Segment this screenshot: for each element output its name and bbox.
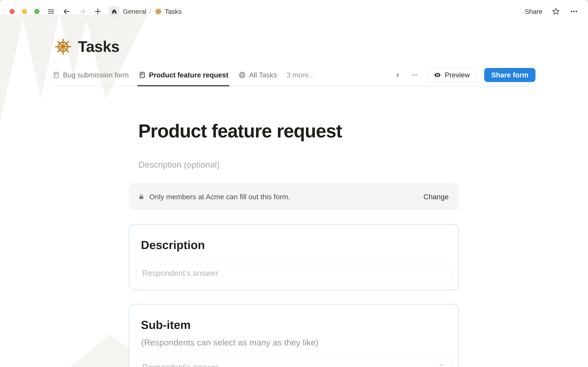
preview-button[interactable]: Preview — [427, 68, 477, 82]
breadcrumb-separator: / — [149, 8, 151, 15]
tab-strip: Bug submission form Product feature requ… — [52, 64, 536, 86]
tab-label: Product feature request — [149, 71, 228, 79]
form-description-placeholder[interactable]: Description (optional) — [139, 160, 459, 170]
app-window: General / Tasks Share — [0, 0, 588, 367]
page-title[interactable]: Tasks — [78, 37, 119, 56]
share-form-button-label: Share form — [491, 71, 529, 79]
favorite-button[interactable] — [552, 8, 560, 16]
question-hint: (Respondents can select as many as they … — [141, 337, 451, 348]
plus-icon — [94, 8, 102, 15]
change-access-button[interactable]: Change — [423, 192, 449, 201]
titlebar: General / Tasks Share — [0, 0, 588, 23]
answer-input[interactable]: Respondent's answer — [136, 357, 451, 367]
chevron-up-icon[interactable] — [438, 362, 445, 367]
home-icon — [111, 8, 118, 15]
tab-product-feature-request[interactable]: Product feature request — [139, 64, 228, 86]
page-header-area: Tasks Bug submission form Product featur… — [52, 23, 536, 86]
sidebar-menu-button[interactable] — [47, 7, 55, 16]
access-notice-text: Only members at Acme can fill out this f… — [149, 192, 290, 201]
close-window-button[interactable] — [9, 9, 15, 14]
eye-icon — [434, 71, 441, 79]
traffic-lights — [9, 9, 40, 14]
window-more-button[interactable] — [569, 7, 579, 16]
page-ship-wheel-icon — [55, 39, 71, 55]
question-title[interactable]: Description — [141, 238, 451, 252]
star-icon — [552, 8, 560, 16]
tab-label: Bug submission form — [63, 71, 129, 79]
answer-placeholder: Respondent's answer — [142, 268, 218, 278]
view-options-button[interactable] — [410, 70, 420, 80]
forward-button[interactable] — [78, 7, 86, 16]
home-button[interactable] — [109, 6, 119, 17]
new-tab-button[interactable] — [93, 7, 102, 16]
answer-placeholder: Respondent's answer — [142, 362, 218, 367]
more-tabs-link[interactable]: 3 more... — [287, 71, 315, 79]
tab-label: All Tasks — [249, 71, 277, 79]
preview-button-label: Preview — [445, 71, 470, 79]
question-title[interactable]: Sub-item — [141, 317, 451, 332]
breadcrumb-page[interactable]: Tasks — [165, 8, 182, 15]
tab-all-tasks[interactable]: All Tasks — [238, 64, 277, 86]
back-arrow-icon — [63, 8, 70, 15]
breadcrumb-workspace[interactable]: General — [123, 8, 146, 15]
share-form-button[interactable]: Share form — [484, 68, 536, 82]
answer-input[interactable]: Respondent's answer — [136, 264, 451, 282]
form-title[interactable]: Product feature request — [138, 119, 459, 143]
page-header: Tasks — [55, 37, 536, 56]
share-button[interactable]: Share — [525, 8, 542, 15]
ellipsis-icon — [411, 71, 418, 78]
question-card-description[interactable]: Description Respondent's answer — [129, 224, 459, 290]
globe-icon — [238, 71, 246, 79]
question-card-sub-item[interactable]: Sub-item (Respondents can select as many… — [129, 304, 459, 367]
ship-wheel-icon — [155, 8, 162, 15]
access-notice: Only members at Acme can fill out this f… — [129, 183, 459, 210]
tab-bug-submission-form[interactable]: Bug submission form — [52, 64, 129, 86]
minimize-window-button[interactable] — [22, 9, 27, 14]
automations-button[interactable] — [393, 70, 403, 80]
back-button[interactable] — [62, 7, 71, 16]
ellipsis-icon — [570, 7, 578, 16]
zoom-window-button[interactable] — [34, 9, 40, 14]
hamburger-icon — [47, 8, 55, 15]
form-document-icon — [139, 71, 146, 79]
forward-arrow-icon — [78, 8, 86, 15]
titlebar-actions: Share — [525, 7, 579, 16]
lock-icon — [138, 193, 145, 200]
breadcrumb: General / Tasks — [123, 8, 182, 15]
tab-strip-actions: Preview Share form — [393, 68, 536, 82]
form-document-icon — [52, 71, 60, 79]
lightning-bolt-icon — [395, 72, 401, 78]
